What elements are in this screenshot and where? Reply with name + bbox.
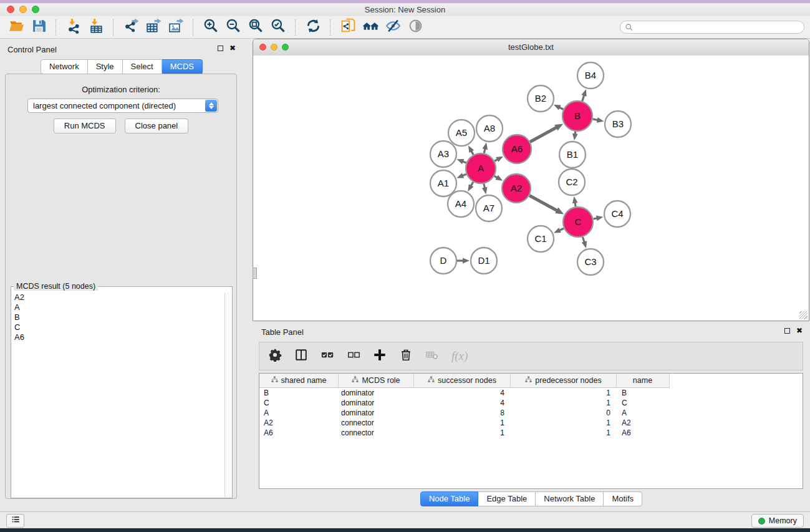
column-header-name[interactable]: name: [617, 374, 668, 387]
result-item-a[interactable]: A: [12, 302, 224, 312]
table-row[interactable]: A6connector11A6: [259, 428, 803, 438]
search-input[interactable]: [637, 22, 798, 34]
result-item-c[interactable]: C: [12, 322, 224, 332]
zoom-out-button[interactable]: [222, 18, 244, 37]
table-row[interactable]: Adominator80A: [259, 408, 803, 418]
first-neighbors-button[interactable]: [359, 18, 382, 37]
criterion-select[interactable]: largest connected component (directed): [27, 99, 218, 113]
show-columns-button[interactable]: [294, 348, 308, 364]
graph-node-C[interactable]: C: [563, 207, 593, 237]
graph-node-A8[interactable]: A8: [476, 115, 503, 142]
memory-button[interactable]: Memory: [751, 514, 804, 528]
result-scrollbar[interactable]: [224, 293, 231, 497]
close-panel-icon[interactable]: ✖: [229, 44, 236, 52]
network-canvas[interactable]: AA1A2A3A4A5A6A7A8BB1B2B3B4CC1C2C3C4DD1: [253, 56, 809, 321]
graph-edge-C-C1[interactable]: [554, 228, 564, 233]
tab-select[interactable]: Select: [123, 59, 162, 74]
graph-edge-A-A3[interactable]: [456, 159, 466, 164]
graph-edge-A-A2[interactable]: [494, 175, 503, 181]
tab-network-table[interactable]: Network Table: [536, 491, 604, 506]
result-item-a2[interactable]: A2: [12, 293, 224, 302]
graph-edge-B-B2[interactable]: [554, 105, 564, 110]
graph-edge-A-A6[interactable]: [494, 157, 503, 162]
graph-edge-A-A1[interactable]: [456, 173, 466, 178]
graph-edge-C-C3[interactable]: [582, 237, 587, 248]
zoom-fit-button[interactable]: [244, 18, 267, 37]
column-header-mcds-role[interactable]: MCDS role: [339, 374, 414, 387]
table-row[interactable]: A2connector11A2: [259, 418, 803, 428]
graph-node-B2[interactable]: B2: [528, 85, 554, 112]
result-item-b[interactable]: B: [12, 312, 224, 322]
tab-network[interactable]: Network: [41, 59, 88, 74]
tab-edge-table[interactable]: Edge Table: [478, 491, 536, 506]
graph-node-B1[interactable]: B1: [559, 142, 586, 168]
graph-node-B4[interactable]: B4: [577, 62, 604, 89]
export-network-button[interactable]: [120, 18, 142, 37]
window-resize-grip[interactable]: [799, 311, 808, 319]
float-panel-icon[interactable]: [218, 46, 223, 51]
float-table-panel-icon[interactable]: [784, 328, 790, 334]
graph-node-A7[interactable]: A7: [476, 195, 502, 221]
create-column-button[interactable]: [373, 348, 387, 364]
close-table-panel-icon[interactable]: ✖: [796, 326, 803, 335]
graph-edge-A2-C[interactable]: [529, 195, 564, 214]
graph-node-A[interactable]: A: [466, 153, 496, 183]
import-network-button[interactable]: [62, 18, 85, 37]
graph-edge-D-D1[interactable]: [457, 258, 470, 264]
graph-node-B3[interactable]: B3: [605, 111, 631, 137]
column-header-shared-name[interactable]: shared name: [259, 374, 339, 387]
svg-text:A8: A8: [484, 123, 495, 133]
table-row[interactable]: Bdominator41B: [259, 388, 803, 398]
splitter-handle[interactable]: [253, 268, 257, 279]
tab-mcds[interactable]: MCDS: [162, 59, 203, 74]
zoom-selected-button[interactable]: [267, 18, 289, 37]
graph-node-C3[interactable]: C3: [577, 249, 604, 275]
column-header-predecessor-nodes[interactable]: predecessor nodes: [511, 374, 617, 387]
tab-style[interactable]: Style: [88, 59, 123, 74]
graph-node-B[interactable]: B: [562, 101, 592, 131]
graph-node-D1[interactable]: D1: [471, 248, 497, 274]
graph-edge-C-C4[interactable]: [593, 216, 603, 221]
select-all-columns-button[interactable]: [321, 348, 334, 364]
refresh-layout-button[interactable]: [302, 18, 324, 37]
column-header-successor-nodes[interactable]: successor nodes: [414, 374, 511, 387]
close-panel-button[interactable]: Close panel: [125, 118, 189, 133]
tab-motifs[interactable]: Motifs: [604, 491, 642, 506]
show-graphics-details-button[interactable]: [404, 18, 427, 37]
run-mcds-button[interactable]: Run MCDS: [54, 118, 116, 133]
delete-columns-button[interactable]: [399, 348, 413, 364]
graph-node-A3[interactable]: A3: [430, 141, 456, 167]
graph-node-C2[interactable]: C2: [559, 169, 585, 195]
import-table-button[interactable]: [85, 18, 107, 37]
graph-edge-A-A8[interactable]: [482, 142, 488, 153]
export-image-button[interactable]: [165, 18, 187, 37]
save-session-button[interactable]: [27, 18, 50, 37]
graph-node-A2[interactable]: A2: [502, 174, 531, 203]
graph-edge-B-B1[interactable]: [572, 132, 578, 140]
graph-edge-A-A4[interactable]: [468, 182, 473, 191]
zoom-in-button[interactable]: [200, 18, 222, 37]
graph-node-C1[interactable]: C1: [528, 226, 554, 252]
open-session-button[interactable]: [5, 18, 27, 37]
graph-node-A6[interactable]: A6: [503, 135, 531, 163]
graph-edge-A-A7[interactable]: [482, 183, 488, 194]
graph-node-A1[interactable]: A1: [430, 170, 456, 196]
result-item-a6[interactable]: A6: [12, 332, 224, 342]
export-table-button[interactable]: [142, 18, 165, 37]
graph-node-C4[interactable]: C4: [604, 201, 630, 227]
graph-node-A4[interactable]: A4: [448, 191, 474, 217]
task-history-button[interactable]: [6, 514, 24, 528]
graph-node-D[interactable]: D: [430, 248, 456, 274]
hide-selected-button[interactable]: [382, 18, 404, 37]
graph-edge-C-C2[interactable]: [572, 196, 578, 207]
graph-edge-A6-B[interactable]: [530, 123, 563, 142]
table-settings-button[interactable]: [268, 348, 282, 364]
graph-edge-A-A5[interactable]: [468, 145, 474, 155]
tab-node-table[interactable]: Node Table: [420, 491, 479, 506]
graph-edge-B-B4[interactable]: [581, 89, 586, 101]
graph-node-A5[interactable]: A5: [448, 120, 475, 146]
table-row[interactable]: Cdominator41C: [259, 398, 803, 408]
unselect-all-columns-button[interactable]: [347, 348, 360, 364]
clone-network-button[interactable]: [337, 18, 359, 37]
graph-edge-B-B3[interactable]: [593, 117, 604, 123]
